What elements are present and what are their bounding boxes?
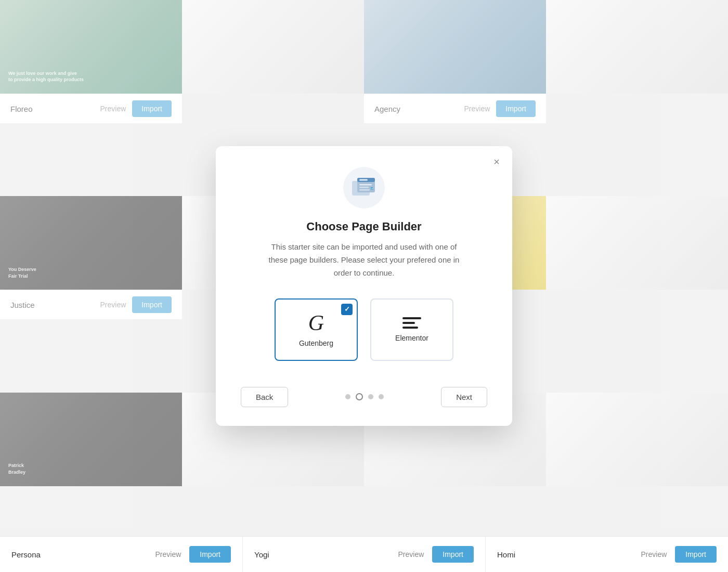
svg-rect-6: [359, 189, 370, 191]
next-button[interactable]: Next: [441, 387, 487, 407]
gutenberg-check-badge: ✓: [341, 304, 353, 315]
modal-footer: Back Next: [241, 387, 487, 407]
modal-close-button[interactable]: ×: [490, 154, 503, 169]
modal-icon-area: [241, 167, 487, 209]
elementor-label: Elementor: [395, 334, 428, 342]
elementor-icon: [402, 317, 421, 329]
modal-icon-circle: [343, 167, 385, 209]
svg-rect-4: [359, 184, 372, 186]
dot-3: [368, 394, 373, 399]
gutenberg-option[interactable]: ✓ G Gutenberg: [275, 298, 358, 361]
dot-2: [356, 393, 363, 400]
modal-description: This starter site can be imported and us…: [265, 241, 463, 279]
modal-title: Choose Page Builder: [241, 220, 487, 233]
gutenberg-icon: G: [308, 312, 324, 334]
back-button[interactable]: Back: [241, 387, 288, 407]
modal-backdrop: ×: [0, 0, 728, 572]
svg-rect-3: [359, 179, 368, 181]
step-dots: [345, 393, 384, 400]
elementor-option[interactable]: Elementor: [370, 298, 453, 361]
builder-options-container: ✓ G Gutenberg Elementor: [241, 298, 487, 361]
svg-rect-5: [359, 187, 369, 188]
choose-page-builder-modal: ×: [216, 146, 512, 425]
page-builder-icon: [351, 178, 377, 198]
dot-1: [345, 394, 350, 399]
gutenberg-label: Gutenberg: [299, 339, 333, 347]
dot-4: [379, 394, 384, 399]
